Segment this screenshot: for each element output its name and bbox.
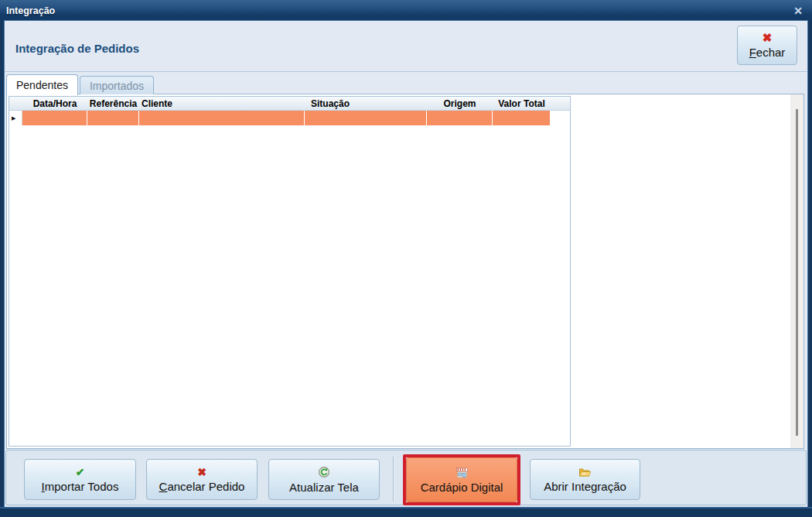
cell-data-hora bbox=[22, 111, 87, 125]
close-icon[interactable]: ✕ bbox=[793, 5, 803, 16]
grid-header-selector bbox=[9, 97, 22, 110]
window-bottom-border bbox=[0, 507, 812, 517]
grid-header-situacao[interactable]: Situação bbox=[305, 97, 427, 110]
atualizar-tela-label: Atualizar Tela bbox=[289, 481, 359, 494]
fechar-button[interactable]: ✖ Fechar bbox=[737, 26, 797, 65]
tab-strip: Pendentes Importados bbox=[6, 74, 154, 94]
close-x-icon: ✖ bbox=[763, 32, 773, 43]
tab-page-pendentes: Data/Hora Referência Cliente Situação Or… bbox=[6, 94, 804, 449]
abrir-integracao-button[interactable]: Abrir Integração bbox=[530, 459, 640, 500]
row-selector-cell: ▶ bbox=[9, 111, 22, 125]
titlebar: Integração ✕ bbox=[0, 0, 812, 21]
importar-todos-label: Importar Todos bbox=[42, 480, 119, 493]
check-icon: ✔ bbox=[76, 467, 85, 478]
cell-situacao bbox=[305, 111, 427, 125]
cardapio-digital-label: Cardápio Digital bbox=[421, 481, 503, 494]
vertical-scrollbar[interactable] bbox=[790, 94, 803, 448]
integration-dialog: Integração ✕ Integração de Pedidos ✖ Fec… bbox=[0, 0, 812, 517]
tab-pendentes-label: Pendentes bbox=[16, 79, 68, 91]
cancel-icon: ✖ bbox=[197, 467, 206, 478]
abrir-integracao-label: Abrir Integração bbox=[544, 480, 626, 493]
cell-origem bbox=[427, 111, 493, 125]
window-title: Integração bbox=[6, 5, 55, 16]
fechar-button-label: Fechar bbox=[749, 46, 786, 59]
storefront-icon bbox=[455, 467, 469, 478]
grid-header-cliente[interactable]: Cliente bbox=[139, 97, 305, 110]
tab-importados[interactable]: Importados bbox=[80, 76, 154, 94]
grid-header-origem[interactable]: Origem bbox=[427, 97, 493, 110]
cell-referencia bbox=[87, 111, 139, 125]
orders-grid: Data/Hora Referência Cliente Situação Or… bbox=[9, 96, 571, 447]
dialog-body: Integração de Pedidos ✖ Fechar Pendentes… bbox=[5, 21, 807, 507]
cancelar-pedido-button[interactable]: ✖ Cancelar Pedido bbox=[146, 459, 258, 500]
grid-header-valor-total[interactable]: Valor Total bbox=[493, 97, 551, 110]
cell-valor-total bbox=[493, 111, 551, 125]
grid-header-data-hora[interactable]: Data/Hora bbox=[22, 97, 87, 110]
atualizar-tela-button[interactable]: Atualizar Tela bbox=[268, 459, 380, 500]
tab-importados-label: Importados bbox=[90, 80, 144, 92]
refresh-icon bbox=[318, 466, 330, 478]
grid-header-referencia[interactable]: Referência bbox=[87, 97, 139, 110]
folder-icon bbox=[578, 467, 592, 478]
importar-todos-button[interactable]: ✔ Importar Todos bbox=[24, 459, 136, 500]
toolbar-separator bbox=[393, 457, 394, 502]
tab-pendentes[interactable]: Pendentes bbox=[6, 74, 78, 95]
table-row[interactable]: ▶ bbox=[9, 111, 570, 125]
row-selector-arrow-icon: ▶ bbox=[12, 115, 15, 121]
cancelar-pedido-label: Cancelar Pedido bbox=[159, 480, 245, 493]
bottom-toolbar: ✔ Importar Todos ✖ Cancelar Pedido Atual… bbox=[5, 450, 807, 505]
grid-header-row: Data/Hora Referência Cliente Situação Or… bbox=[9, 97, 570, 111]
vertical-scrollbar-thumb[interactable] bbox=[796, 109, 798, 436]
page-title: Integração de Pedidos bbox=[15, 42, 139, 55]
header-divider bbox=[5, 71, 807, 72]
cardapio-digital-button[interactable]: Cardápio Digital bbox=[406, 457, 517, 502]
red-highlight-annotation: Cardápio Digital bbox=[403, 454, 520, 505]
cell-cliente bbox=[139, 111, 305, 125]
